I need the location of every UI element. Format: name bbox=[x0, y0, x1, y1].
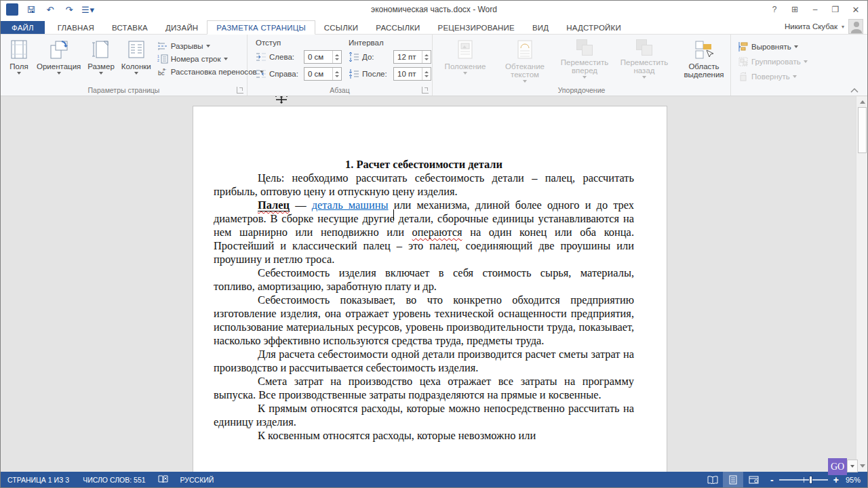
word-window: W 🖫 ↶ ↷ ☰▾ экономическая часть.docx - Wo… bbox=[0, 0, 868, 488]
print-layout-icon[interactable] bbox=[723, 472, 743, 487]
dialog-launcher-icon[interactable] bbox=[422, 87, 429, 94]
dropdown-arrow-icon bbox=[99, 72, 103, 75]
bring-forward-icon bbox=[576, 39, 593, 56]
go-badge[interactable]: GO bbox=[828, 458, 847, 475]
tab-references[interactable]: ССЫЛКИ bbox=[315, 21, 368, 34]
paragraph: 1. Расчет себестоимости детали bbox=[214, 158, 634, 171]
zoom-in-button[interactable]: + bbox=[833, 475, 839, 485]
undo-icon[interactable]: ↶ bbox=[44, 3, 56, 16]
chevron-down-icon: ▾ bbox=[842, 24, 844, 30]
svg-text:a-: a- bbox=[163, 67, 166, 71]
tab-mailings[interactable]: РАССЫЛКИ bbox=[367, 21, 429, 34]
text-run: Смета затрат на производство цеха отража… bbox=[214, 375, 634, 401]
group-paragraph: Отступ Слева: 0 см Справа: 0 см bbox=[248, 35, 433, 96]
spacing-before-label: До: bbox=[362, 53, 391, 61]
dropdown-arrow-icon bbox=[463, 72, 467, 75]
orientation-button[interactable]: Ориентация bbox=[33, 37, 84, 77]
minimize-icon[interactable]: – bbox=[806, 2, 824, 17]
dropdown-arrow-icon bbox=[17, 72, 21, 75]
save-icon[interactable]: 🖫 bbox=[25, 3, 37, 16]
avatar bbox=[848, 19, 863, 34]
indent-right-input[interactable]: 0 см bbox=[304, 67, 342, 81]
web-layout-icon[interactable] bbox=[743, 472, 764, 487]
language-indicator[interactable]: РУССКИЙ bbox=[174, 476, 221, 484]
zoom-slider-thumb[interactable] bbox=[809, 476, 812, 484]
spinner-arrows[interactable] bbox=[422, 51, 431, 63]
tab-addins[interactable]: НАДСТРОЙКИ bbox=[557, 21, 630, 34]
account-area[interactable]: Никита Скубак ▾ bbox=[785, 19, 863, 34]
page[interactable]: 1. Расчет себестоимости деталиЦель: необ… bbox=[193, 106, 667, 472]
tab-view[interactable]: ВИД bbox=[524, 21, 557, 34]
group-icon bbox=[738, 56, 749, 67]
rotate-button[interactable]: Повернуть bbox=[738, 71, 808, 82]
dropdown-arrow-icon bbox=[804, 60, 808, 63]
zoom-out-button[interactable]: - bbox=[770, 475, 774, 485]
spacing-header: Интервал bbox=[349, 39, 431, 47]
size-button[interactable]: Размер bbox=[84, 37, 118, 77]
dropdown-arrow-icon bbox=[224, 58, 228, 60]
scrollbar-thumb[interactable] bbox=[858, 107, 867, 153]
vertical-scrollbar[interactable] bbox=[856, 96, 867, 472]
close-icon[interactable]: ✕ bbox=[847, 2, 865, 17]
columns-button[interactable]: Колонки bbox=[118, 37, 155, 77]
spacing-after-icon bbox=[349, 68, 359, 79]
send-backward-button[interactable]: Переместить назад bbox=[614, 37, 674, 84]
text-run: К косвенным относятся расходы, которые н… bbox=[258, 429, 536, 442]
tab-file[interactable]: ФАЙЛ bbox=[1, 21, 45, 34]
bring-forward-button[interactable]: Переместить вперед bbox=[555, 37, 614, 84]
word-count[interactable]: ЧИСЛО СЛОВ: 551 bbox=[76, 476, 152, 484]
page-indicator[interactable]: СТРАНИЦА 1 ИЗ 3 bbox=[1, 476, 76, 484]
collapse-ribbon-icon[interactable] bbox=[850, 87, 859, 94]
restore-icon[interactable]: ❐ bbox=[827, 2, 844, 17]
text-run: Себестоимость изделия включает в себя ст… bbox=[214, 266, 634, 293]
group-label: Абзац bbox=[248, 86, 432, 94]
margins-button[interactable]: Поля bbox=[5, 37, 33, 77]
proofing-errors-icon[interactable] bbox=[153, 475, 174, 484]
orientation-icon bbox=[48, 39, 70, 60]
align-button[interactable]: Выровнять bbox=[738, 41, 808, 52]
help-icon[interactable]: ? bbox=[766, 2, 783, 17]
spacing-after-input[interactable]: 10 пт bbox=[393, 67, 431, 81]
tab-insert[interactable]: ВСТАВКА bbox=[103, 21, 157, 34]
tab-design[interactable]: ДИЗАЙН bbox=[157, 21, 207, 34]
indent-left-input[interactable]: 0 см bbox=[304, 50, 342, 64]
group-arrange: Положение Обтекание текстом Переместить … bbox=[433, 35, 731, 96]
wrap-text-button[interactable]: Обтекание текстом bbox=[495, 37, 555, 84]
window-controls: ? ⊞ – ❐ ✕ bbox=[766, 1, 865, 18]
dropdown-arrow-icon bbox=[523, 80, 527, 83]
go-dropdown[interactable] bbox=[847, 460, 858, 472]
page-text[interactable]: 1. Расчет себестоимости деталиЦель: необ… bbox=[193, 106, 667, 443]
text-run: Себестоимость показывает, во что конкрет… bbox=[214, 293, 634, 347]
paragraph: Для расчета себестоимости одной детали п… bbox=[214, 348, 634, 375]
tab-home[interactable]: ГЛАВНАЯ bbox=[49, 21, 103, 34]
tab-review[interactable]: РЕЦЕНЗИРОВАНИЕ bbox=[429, 21, 524, 34]
dropdown-arrow-icon bbox=[57, 72, 61, 75]
selection-pane-button[interactable]: Область выделения bbox=[674, 37, 734, 84]
dropdown-arrow-icon bbox=[206, 45, 210, 47]
read-mode-icon[interactable] bbox=[703, 472, 723, 487]
scroll-up-icon[interactable] bbox=[857, 97, 867, 107]
spacing-before-input[interactable]: 12 пт bbox=[393, 50, 431, 64]
titlebar: W 🖫 ↶ ↷ ☰▾ экономическая часть.docx - Wo… bbox=[1, 1, 867, 18]
dialog-launcher-icon[interactable] bbox=[237, 87, 243, 94]
group-button[interactable]: Группировать bbox=[738, 56, 808, 67]
redo-icon[interactable]: ↷ bbox=[63, 3, 75, 16]
word-logo-icon[interactable]: W bbox=[6, 3, 18, 16]
spinner-arrows[interactable] bbox=[332, 68, 341, 80]
position-button[interactable]: Положение bbox=[435, 37, 495, 84]
quick-access-toolbar: W 🖫 ↶ ↷ ☰▾ bbox=[1, 3, 94, 16]
spinner-arrows[interactable] bbox=[422, 68, 431, 80]
hyperlink[interactable]: деталь машины bbox=[312, 199, 389, 211]
ribbon: Поля Ориентация Размер Колонки bbox=[1, 35, 867, 96]
text-run: — bbox=[290, 199, 312, 211]
scroll-down-icon[interactable] bbox=[857, 461, 867, 471]
ribbon-display-options-icon[interactable]: ⊞ bbox=[786, 2, 804, 17]
text-run: Палец bbox=[258, 199, 290, 211]
go-overlay[interactable]: GO bbox=[828, 458, 858, 475]
tab-page-layout[interactable]: РАЗМЕТКА СТРАНИЦЫ bbox=[207, 20, 315, 35]
svg-text:2: 2 bbox=[157, 58, 159, 62]
zoom-level[interactable]: 95% bbox=[846, 476, 867, 484]
zoom-slider[interactable] bbox=[779, 479, 828, 481]
customize-qat-icon[interactable]: ☰▾ bbox=[82, 3, 94, 16]
spinner-arrows[interactable] bbox=[332, 51, 341, 63]
